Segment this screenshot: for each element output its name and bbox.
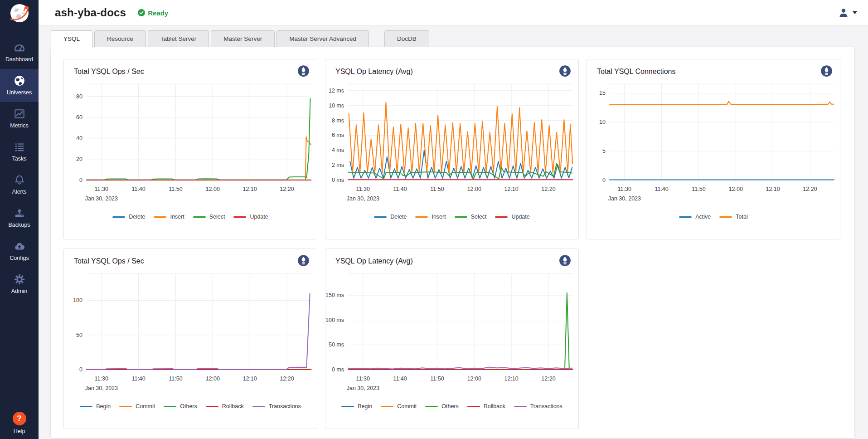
svg-text:12:10: 12:10 [242,186,257,192]
legend-item[interactable]: Rollback [467,403,505,410]
svg-text:11:40: 11:40 [655,186,668,192]
legend-item[interactable]: Update [233,214,268,220]
svg-text:0 ms: 0 ms [332,366,344,373]
question-icon: ? [13,412,26,425]
prometheus-link-icon[interactable] [559,65,571,77]
sidebar-item-help[interactable]: ? Help [0,412,39,434]
legend-item[interactable]: Others [425,403,459,410]
chart-title: Total YSQL Connections [597,68,675,75]
svg-text:0: 0 [79,366,82,373]
legend-item[interactable]: Commit [381,403,417,410]
check-circle-icon [138,9,145,16]
legend-swatch [374,216,387,218]
legend-item[interactable]: Active [679,214,711,220]
chart-legend: ActiveTotal [587,214,840,220]
svg-text:12:10: 12:10 [504,186,518,192]
legend-item[interactable]: Rollback [206,403,244,410]
svg-text:150 ms: 150 ms [325,292,344,298]
legend-item[interactable]: Select [455,214,487,220]
legend-item[interactable]: Transactions [252,403,301,410]
svg-text:12:00: 12:00 [206,376,220,382]
sidebar-item-configs[interactable]: Configs [0,234,39,268]
legend-label: Begin [358,403,372,410]
sidebar-item-admin[interactable]: Admin [0,268,39,301]
legend-item[interactable]: Commit [119,403,155,410]
tab-master-server-advanced[interactable]: Master Server Advanced [276,30,369,47]
legend-swatch [112,216,125,218]
chart-plot: 11:3011:4011:5012:0012:1012:20020406080J… [64,77,317,213]
sidebar-item-label: Alerts [12,189,27,195]
svg-text:100 ms: 100 ms [325,317,344,323]
chart-card-ysql-op-latency-transactions: YSQL Op Latency (Avg) 11:3011:4011:5012:… [325,249,579,429]
user-menu[interactable] [826,0,868,25]
svg-text:15: 15 [599,90,606,96]
legend-item[interactable]: Insert [154,214,184,220]
sidebar-item-tasks[interactable]: Tasks [0,135,39,168]
chart-legend: BeginCommitOthersRollbackTransactions [325,403,578,410]
svg-text:100: 100 [73,297,82,303]
legend-item[interactable]: Delete [374,214,407,220]
tab-ysql[interactable]: YSQL [51,30,92,49]
svg-text:0: 0 [79,177,82,183]
legend-item[interactable]: Total [719,214,747,220]
svg-text:Jan 30, 2023: Jan 30, 2023 [85,195,118,202]
svg-text:12 ms: 12 ms [329,88,344,94]
legend-swatch [193,216,206,218]
svg-text:12:20: 12:20 [803,186,817,192]
status-badge: Ready [138,9,168,17]
legend-item[interactable]: Transactions [514,403,563,410]
sidebar-item-alerts[interactable]: Alerts [0,168,39,201]
legend-label: Rollback [222,403,244,410]
tab-tablet-server[interactable]: Tablet Server [148,30,209,47]
svg-text:12:00: 12:00 [467,376,481,382]
chart-legend: DeleteInsertSelectUpdate [325,214,578,220]
svg-text:50 ms: 50 ms [329,341,344,348]
chevron-down-icon [853,11,857,14]
legend-item[interactable]: Insert [415,214,446,220]
legend-item[interactable]: Begin [80,403,111,410]
tab-resource[interactable]: Resource [94,30,146,47]
legend-swatch [495,216,508,218]
tab-master-server[interactable]: Master Server [211,30,275,47]
prometheus-link-icon[interactable] [297,254,310,267]
sidebar-nav: Dashboard Universes Metrics [0,36,39,301]
svg-text:11:30: 11:30 [95,186,108,192]
sidebar: Dashboard Universes Metrics [0,0,39,439]
svg-text:11:40: 11:40 [393,376,407,382]
prometheus-link-icon[interactable] [820,65,833,77]
legend-label: Transactions [530,403,563,410]
chart-card-total-ysql-connections: Total YSQL Connections 11:3011:4011:5012… [587,59,840,239]
sidebar-item-universes[interactable]: Universes [0,69,39,102]
legend-item[interactable]: Select [193,214,225,220]
cloud-upload-icon [14,240,25,252]
svg-text:60: 60 [76,114,82,121]
legend-swatch [425,406,438,407]
svg-text:12:20: 12:20 [280,186,294,192]
svg-text:Jan 30, 2023: Jan 30, 2023 [347,195,379,202]
app-logo[interactable] [0,0,39,26]
legend-item[interactable]: Begin [341,403,372,410]
prometheus-link-icon[interactable] [559,254,571,267]
svg-text:4 ms: 4 ms [332,147,344,153]
sidebar-item-label: Configs [10,255,29,261]
bell-icon [14,174,25,186]
legend-item[interactable]: Update [495,214,529,220]
legend-item[interactable]: Delete [112,214,145,220]
svg-text:11:30: 11:30 [618,186,631,192]
sidebar-item-backups[interactable]: Backups [0,201,39,234]
legend-label: Transactions [269,403,301,410]
sidebar-item-metrics[interactable]: Metrics [0,102,39,135]
svg-text:11:50: 11:50 [169,186,182,192]
legend-swatch [341,406,354,407]
backup-icon [14,207,25,219]
chart-card-total-ysql-ops: Total YSQL Ops / Sec 11:3011:4011:5012:0… [63,59,317,239]
gauge-icon [14,42,25,54]
universe-header: ash-yba-docs Ready [39,6,168,19]
prometheus-link-icon[interactable] [297,65,310,77]
chart-plot: 11:3011:4011:5012:0012:1012:20051015Jan … [587,77,840,213]
svg-text:0 ms: 0 ms [332,177,344,183]
tab-docdb[interactable]: DocDB [384,30,429,47]
legend-item[interactable]: Others [164,403,197,410]
legend-label: Update [250,214,268,220]
sidebar-item-dashboard[interactable]: Dashboard [0,36,39,69]
